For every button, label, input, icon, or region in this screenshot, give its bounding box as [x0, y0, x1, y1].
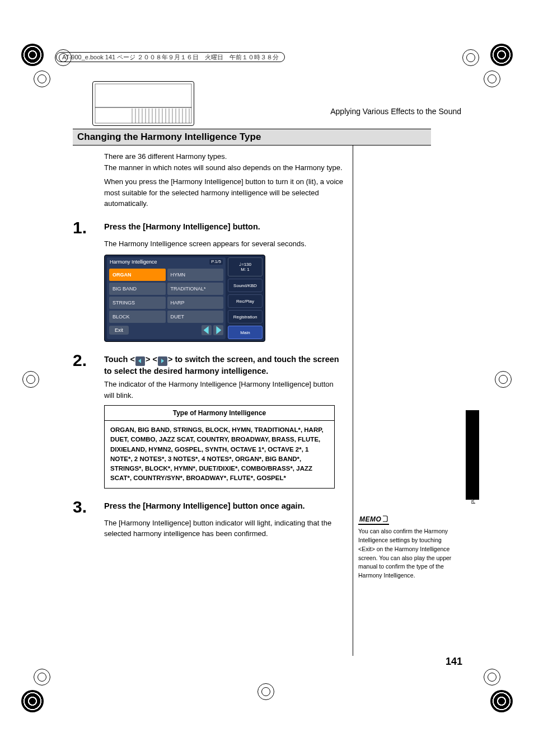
memo-text: You can also confirm the Harmony Intelli… — [358, 527, 459, 580]
exit-button[interactable]: Exit — [109, 326, 129, 335]
registration-mark — [21, 690, 44, 712]
registration-mark — [490, 44, 513, 66]
right-arrow-icon — [158, 356, 167, 366]
main-button[interactable]: Main — [228, 326, 263, 339]
intro-paragraph-3: When you press the [Harmony Intelligence… — [104, 176, 345, 209]
step-3: 3. Press the [Harmony Intelligence] butt… — [73, 499, 431, 515]
harmony-type-strings[interactable]: STRINGS — [109, 297, 166, 309]
step-3-body: The [Harmony Intelligence] button indica… — [104, 518, 345, 539]
crop-target-icon — [462, 49, 479, 66]
step-1: 1. Press the [Harmony Intelligence] butt… — [73, 219, 431, 236]
screen-page-indicator: P.1/5 — [209, 259, 223, 265]
harmony-type-grid: ORGAN HYMN BIG BAND TRADITIONAL* STRINGS… — [109, 269, 223, 323]
intro-paragraph-2: The manner in which notes will sound als… — [104, 162, 345, 173]
crop-target-icon — [34, 71, 50, 87]
crop-target-icon — [257, 683, 274, 700]
harmony-type-bigband[interactable]: BIG BAND — [109, 283, 166, 295]
crop-target-icon — [22, 371, 39, 388]
sound-kbd-button[interactable]: Sound/KBD — [228, 279, 263, 292]
registration-mark — [490, 690, 513, 712]
harmony-type-block[interactable]: BLOCK — [109, 311, 166, 323]
crop-target-icon — [484, 71, 500, 87]
section-heading: Changing the Harmony Intelligence Type — [73, 129, 431, 145]
next-page-button[interactable] — [213, 325, 223, 335]
step-number: 1. — [73, 219, 104, 236]
harmony-types-table: Type of Harmony Intelligence ORGAN, BIG … — [104, 405, 335, 489]
harmony-type-harp[interactable]: HARP — [167, 297, 224, 309]
keyboard-icon — [93, 82, 194, 125]
side-caption: Applying Various Effects to the Sound — [470, 420, 476, 504]
keyboard-illustration — [92, 81, 194, 126]
svg-rect-1 — [95, 107, 191, 123]
book-meta: AT-900_e.book 141 ページ ２００８年９月１６日 火曜日 午前１… — [56, 52, 285, 62]
memo-block: MEMO You can also confirm the Harmony In… — [358, 514, 459, 580]
table-header: Type of Harmony Intelligence — [105, 406, 334, 421]
step-number: 2. — [73, 352, 104, 377]
left-arrow-icon — [135, 356, 145, 366]
crop-target-icon — [484, 669, 500, 685]
intro-paragraph-1: There are 36 different Harmony types. — [104, 151, 345, 162]
print-header: AT-900_e.book 141 ページ ２００８年９月１６日 火曜日 午前１… — [56, 52, 285, 62]
step-1-body: The Harmony Intelligence screen appears … — [104, 238, 345, 250]
page-number: 141 — [446, 656, 462, 668]
step-heading: Press the [Harmony Intelligence] button. — [104, 219, 260, 236]
tempo-display: ♩=130 M: 1 — [228, 257, 263, 276]
crop-target-icon — [495, 371, 512, 388]
running-header: Applying Various Effects to the Sound — [330, 107, 461, 116]
harmony-type-traditional[interactable]: TRADITIONAL* — [167, 283, 224, 295]
svg-marker-20 — [204, 326, 209, 334]
crop-target-icon — [34, 669, 50, 685]
harmony-type-organ[interactable]: ORGAN — [109, 269, 166, 281]
harmony-intelligence-screen: Harmony Intelligence P.1/5 ORGAN HYMN BI… — [104, 255, 265, 342]
rec-play-button[interactable]: Rec/Play — [228, 294, 263, 308]
screen-title: Harmony Intelligence — [110, 259, 157, 265]
step-2-body: The indicator of the Harmony Intelligenc… — [104, 379, 345, 401]
harmony-type-hymn[interactable]: HYMN — [167, 269, 224, 281]
prev-page-button[interactable] — [202, 325, 212, 335]
harmony-type-duet[interactable]: DUET — [167, 311, 224, 323]
step-heading: Touch <> <> to switch the screen, and to… — [104, 352, 345, 377]
step-number: 3. — [73, 499, 104, 515]
svg-marker-21 — [216, 326, 221, 334]
table-body: ORGAN, BIG BAND, STRINGS, BLOCK, HYMN, T… — [105, 421, 334, 488]
registration-button[interactable]: Registration — [228, 310, 263, 323]
svg-marker-23 — [161, 359, 164, 363]
svg-marker-22 — [138, 359, 141, 363]
svg-rect-0 — [95, 84, 191, 107]
step-heading: Press the [Harmony Intelligence] button … — [104, 499, 305, 515]
memo-label: MEMO — [358, 515, 389, 525]
registration-mark — [21, 44, 44, 66]
step-2: 2. Touch <> <> to switch the screen, and… — [73, 352, 431, 377]
memo-bracket-icon — [382, 515, 388, 524]
